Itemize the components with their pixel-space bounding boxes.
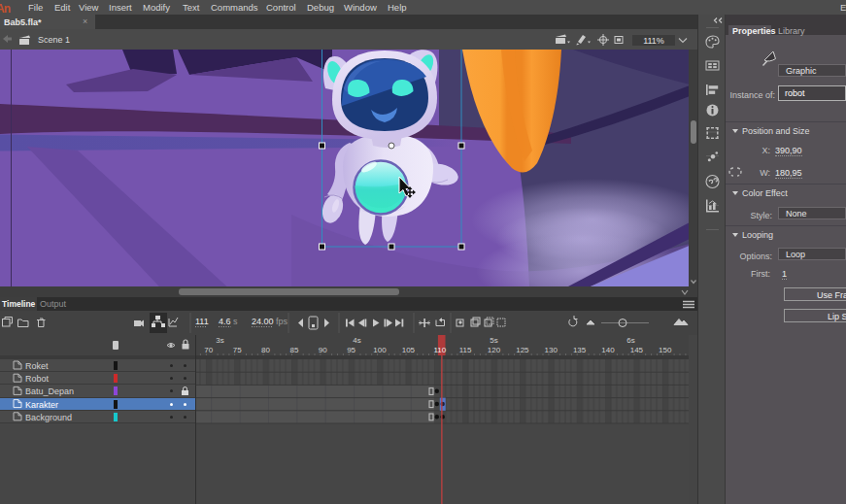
svg-text:85: 85 xyxy=(289,346,298,354)
svg-text:75: 75 xyxy=(233,346,242,354)
svg-text:120: 120 xyxy=(488,346,501,354)
svg-text:70: 70 xyxy=(204,346,213,354)
svg-text:140: 140 xyxy=(601,346,615,354)
svg-text:111: 111 xyxy=(195,317,209,326)
svg-text:110: 110 xyxy=(433,346,446,354)
svg-text:125: 125 xyxy=(516,346,529,354)
svg-text:3s: 3s xyxy=(216,336,223,345)
svg-text:150: 150 xyxy=(659,346,672,354)
svg-text:6s: 6s xyxy=(626,336,634,345)
svg-text:135: 135 xyxy=(573,346,587,354)
svg-text:100: 100 xyxy=(373,346,387,354)
svg-text:Scene 1: Scene 1 xyxy=(38,35,70,45)
svg-text:24.00 fps: 24.00 fps xyxy=(252,317,288,326)
svg-text:90: 90 xyxy=(319,346,327,354)
svg-text:5s: 5s xyxy=(490,336,497,345)
svg-text:115: 115 xyxy=(459,346,472,354)
svg-text:130: 130 xyxy=(545,346,558,354)
svg-text:145: 145 xyxy=(630,346,644,354)
svg-text:105: 105 xyxy=(402,346,416,354)
svg-text:4.6 s: 4.6 s xyxy=(219,317,238,326)
svg-text:4s: 4s xyxy=(353,336,360,345)
svg-text:95: 95 xyxy=(347,346,355,354)
svg-text:80: 80 xyxy=(261,346,270,354)
svg-text:111%: 111% xyxy=(643,36,664,46)
